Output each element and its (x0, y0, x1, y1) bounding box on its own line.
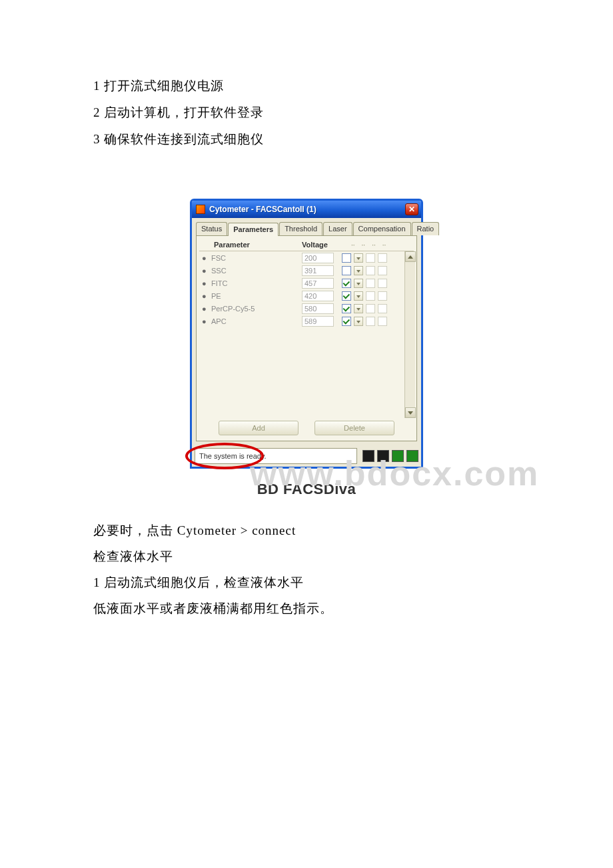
row-dropdown[interactable] (354, 279, 363, 288)
parameters-panel: Parameter Voltage ·· ·· ·· ·· ●FSC200●SS… (196, 236, 417, 441)
row-cell[interactable] (366, 304, 375, 313)
row-cell[interactable] (366, 279, 375, 288)
title-bar: Cytometer - FACSCantoII (1) ✕ (192, 201, 421, 218)
row-cell[interactable] (366, 317, 375, 326)
check-fluid-step: 1 启动流式细胞仪后，检查液体水平 (93, 570, 520, 596)
scroll-up-button[interactable] (405, 251, 416, 262)
voltage-field[interactable]: 391 (302, 265, 334, 276)
tab-compensation[interactable]: Compensation (353, 222, 411, 235)
row-controls (334, 317, 411, 326)
led-indicator (406, 450, 418, 462)
close-button[interactable]: ✕ (405, 203, 418, 215)
parameter-row: ●PerCP-Cy5-5580 (199, 302, 414, 315)
row-bullet-icon: ● (202, 305, 211, 313)
button-row: Add Delete (199, 418, 414, 437)
row-cell[interactable] (378, 253, 387, 263)
header-voltage: Voltage (302, 241, 340, 249)
parameter-name: FSC (211, 254, 302, 262)
voltage-field[interactable]: 200 (302, 253, 334, 263)
parameter-name: FITC (211, 279, 302, 287)
row-controls (334, 279, 411, 288)
chevron-up-icon (408, 255, 413, 259)
row-bullet-icon: ● (202, 317, 211, 325)
row-cell[interactable] (378, 304, 387, 313)
delete-button[interactable]: Delete (314, 421, 394, 435)
parameter-row: ●PE420 (199, 289, 414, 302)
note-connect: 必要时，点击 Cytometer > connect (93, 518, 520, 544)
led-indicator (392, 450, 404, 462)
status-leds (362, 450, 418, 462)
log-checkbox[interactable] (342, 279, 351, 288)
row-controls (334, 253, 411, 263)
step-1: 1 打开流式细胞仪电源 (93, 73, 520, 99)
header-parameter: Parameter (202, 241, 302, 249)
header-dot: ·· (382, 241, 386, 249)
log-checkbox[interactable] (342, 291, 351, 301)
log-checkbox[interactable] (342, 253, 351, 263)
screenshot-figure: Cytometer - FACSCantoII (1) ✕ StatusPara… (93, 199, 520, 498)
chevron-down-icon (408, 411, 413, 415)
row-cell[interactable] (378, 279, 387, 288)
status-bar: The system is ready. (195, 448, 418, 464)
parameter-row: ●SSC391 (199, 264, 414, 277)
tab-parameters[interactable]: Parameters (228, 223, 279, 236)
row-controls (334, 266, 411, 275)
row-bullet-icon: ● (202, 267, 211, 275)
window-title: Cytometer - FACSCantoII (1) (209, 205, 405, 214)
row-cell[interactable] (378, 291, 387, 301)
parameter-row: ●FITC457 (199, 277, 414, 289)
row-cell[interactable] (366, 253, 375, 263)
row-dropdown[interactable] (354, 317, 363, 326)
parameter-rows: ●FSC200●SSC391●FITC457●PE420●PerCP-Cy5-5… (199, 251, 414, 327)
parameter-name: PE (211, 292, 302, 300)
row-dropdown[interactable] (354, 291, 363, 301)
tab-status[interactable]: Status (196, 222, 227, 235)
row-cell[interactable] (366, 266, 375, 275)
step-3: 3 确保软件连接到流式细胞仪 (93, 127, 520, 152)
tab-strip: StatusParametersThresholdLaserCompensati… (192, 218, 421, 235)
add-button[interactable]: Add (219, 421, 299, 435)
header-extra-cols: ·· ·· ·· ·· (340, 241, 411, 249)
row-cell[interactable] (378, 317, 387, 326)
row-cell[interactable] (366, 291, 375, 301)
window-frame: Cytometer - FACSCantoII (1) ✕ StatusPara… (190, 199, 423, 469)
parameter-name: SSC (211, 267, 302, 275)
note-en: Cytometer > connect (177, 523, 297, 537)
cytometer-window-figure: Cytometer - FACSCantoII (1) ✕ StatusPara… (187, 199, 426, 469)
header-dot: ·· (372, 241, 376, 249)
row-bullet-icon: ● (202, 254, 211, 262)
grid-header: Parameter Voltage ·· ·· ·· ·· (199, 239, 414, 251)
status-text: The system is ready. (195, 448, 357, 464)
led-indicator (377, 450, 389, 462)
voltage-field[interactable]: 420 (302, 291, 334, 301)
header-dot: ·· (351, 241, 355, 249)
row-controls (334, 304, 411, 313)
parameter-row: ●FSC200 (199, 251, 414, 264)
tab-laser[interactable]: Laser (323, 222, 352, 235)
log-checkbox[interactable] (342, 266, 351, 275)
log-checkbox[interactable] (342, 304, 351, 313)
row-bullet-icon: ● (202, 292, 211, 300)
voltage-field[interactable]: 580 (302, 303, 334, 314)
led-indicator (362, 450, 374, 462)
header-dot: ·· (362, 241, 366, 249)
note-prefix: 必要时，点击 (93, 523, 177, 537)
software-title: BD FACSDiva (257, 481, 356, 498)
scroll-down-button[interactable] (405, 407, 416, 418)
voltage-field[interactable]: 457 (302, 278, 334, 289)
check-fluid-note: 低液面水平或者废液桶满都用红色指示。 (93, 596, 520, 622)
row-dropdown[interactable] (354, 253, 363, 263)
row-dropdown[interactable] (354, 266, 363, 275)
step-2: 2 启动计算机，打开软件登录 (93, 100, 520, 125)
tab-threshold[interactable]: Threshold (279, 222, 322, 235)
voltage-field[interactable]: 589 (302, 316, 334, 327)
row-cell[interactable] (378, 266, 387, 275)
log-checkbox[interactable] (342, 317, 351, 326)
parameter-name: PerCP-Cy5-5 (211, 305, 302, 313)
rows-area: ●FSC200●SSC391●FITC457●PE420●PerCP-Cy5-5… (199, 251, 414, 418)
parameter-name: APC (211, 317, 302, 325)
tab-ratio[interactable]: Ratio (412, 222, 440, 235)
vertical-scrollbar[interactable] (404, 251, 415, 418)
row-bullet-icon: ● (202, 279, 211, 287)
row-dropdown[interactable] (354, 304, 363, 313)
